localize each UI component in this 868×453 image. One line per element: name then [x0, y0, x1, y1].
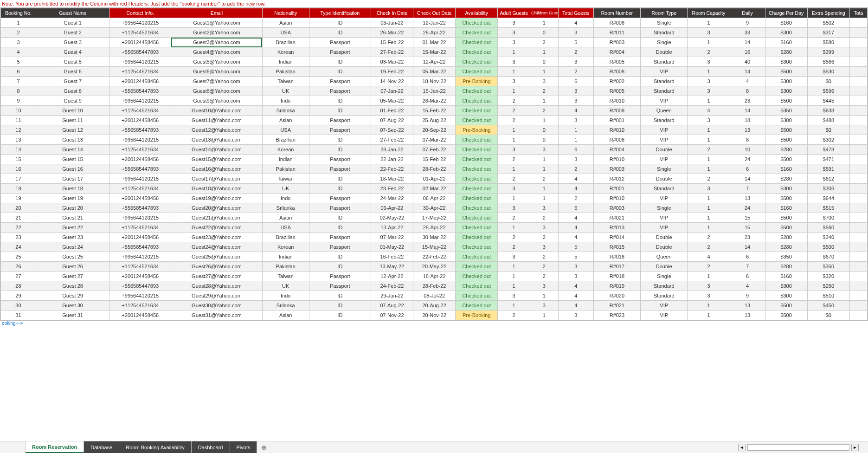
empty-grid-area[interactable] — [0, 326, 868, 453]
cell[interactable]: 5 — [1, 57, 36, 67]
cell[interactable]: 06-Apr-22 — [371, 203, 413, 213]
cell[interactable]: Standard — [641, 57, 688, 67]
cell[interactable]: 4 — [1, 47, 36, 57]
cell[interactable]: 20-Aug-22 — [413, 301, 456, 311]
cell[interactable]: Standard — [641, 281, 688, 291]
cell[interactable]: 4 — [558, 213, 593, 223]
cell[interactable]: 22-Feb-22 — [413, 252, 456, 262]
cell[interactable]: $300 — [765, 77, 807, 86]
cell[interactable]: Passport — [309, 272, 371, 281]
cell[interactable]: 10 — [1, 106, 36, 116]
cell[interactable]: +995644120215 — [109, 252, 171, 262]
cell[interactable]: Guest 19 — [36, 194, 109, 203]
cell[interactable]: 8 — [1, 86, 36, 96]
cell[interactable]: 1 — [498, 135, 530, 145]
cell[interactable]: R#014 — [593, 233, 640, 242]
cell[interactable] — [849, 194, 867, 203]
cell[interactable]: 18-Nov-22 — [413, 77, 456, 86]
cell[interactable]: 4 — [558, 301, 593, 311]
cell[interactable]: +200124458456 — [109, 116, 171, 125]
cell[interactable]: ID — [309, 135, 371, 145]
cell[interactable]: 14-Nov-22 — [371, 77, 413, 86]
cell[interactable]: ID — [309, 311, 371, 320]
cell[interactable]: 3 — [558, 116, 593, 125]
cell[interactable]: Indo — [262, 291, 309, 301]
cell[interactable]: Checked out — [456, 184, 498, 194]
cell[interactable]: 33 — [730, 28, 765, 38]
cell[interactable]: 27-Feb-22 — [371, 47, 413, 57]
cell[interactable] — [849, 28, 867, 38]
cell[interactable]: Guest 27 — [36, 272, 109, 281]
cell[interactable] — [849, 223, 867, 233]
cell[interactable]: 6 — [558, 203, 593, 213]
cell[interactable]: 1 — [688, 155, 730, 164]
cell[interactable]: $160 — [765, 38, 807, 47]
cell[interactable]: 4 — [558, 223, 593, 233]
cell[interactable]: 14 — [730, 38, 765, 47]
cell[interactable]: 1 — [688, 164, 730, 174]
cell[interactable]: $350 — [765, 106, 807, 116]
cell[interactable]: Taiwan — [262, 77, 309, 86]
cell[interactable]: $280 — [765, 262, 807, 272]
cell[interactable]: 6 — [1, 67, 36, 77]
cell[interactable]: 01-May-22 — [371, 242, 413, 252]
cell[interactable]: 1 — [498, 67, 530, 77]
scroll-track[interactable] — [747, 444, 849, 451]
cell[interactable]: Pre-Booking — [456, 77, 498, 86]
cell[interactable]: Queen — [641, 252, 688, 262]
cell[interactable]: Guest 5 — [36, 57, 109, 67]
cell[interactable]: 2 — [498, 116, 530, 125]
cell[interactable]: VIP — [641, 135, 688, 145]
sheet-tab-room-reservation[interactable]: Room Reservation — [26, 441, 84, 453]
cell[interactable]: 7 — [730, 184, 765, 194]
cell[interactable]: ID — [309, 291, 371, 301]
cell[interactable]: ID — [309, 262, 371, 272]
cell[interactable]: $644 — [807, 194, 849, 203]
cell[interactable]: 1 — [688, 67, 730, 77]
cell[interactable]: R#023 — [593, 311, 640, 320]
cell[interactable] — [849, 272, 867, 281]
cell[interactable]: Checked out — [456, 47, 498, 57]
cell[interactable]: 0 — [530, 28, 558, 38]
cell[interactable]: 24 — [730, 203, 765, 213]
cell[interactable]: $591 — [807, 164, 849, 174]
cell[interactable]: 1 — [498, 272, 530, 281]
cell[interactable]: Checked out — [456, 28, 498, 38]
cell[interactable]: Korean — [262, 47, 309, 57]
cell[interactable]: 1 — [688, 203, 730, 213]
cell[interactable] — [849, 242, 867, 252]
cell[interactable]: 05-Mar-22 — [413, 67, 456, 77]
cell[interactable]: Standard — [641, 28, 688, 38]
cell[interactable]: $0 — [807, 77, 849, 86]
cell[interactable]: Indo — [262, 194, 309, 203]
cell[interactable]: 22-Jan-22 — [371, 155, 413, 164]
cell[interactable]: VIP — [641, 125, 688, 135]
cell[interactable]: 1 — [530, 96, 558, 106]
cell[interactable]: 29 — [1, 291, 36, 301]
cell[interactable]: 6 — [730, 272, 765, 281]
cell[interactable]: 2 — [530, 272, 558, 281]
cell[interactable]: $560 — [807, 223, 849, 233]
cell[interactable]: $500 — [807, 242, 849, 252]
cell[interactable]: 1 — [688, 213, 730, 223]
cell[interactable]: +995644120215 — [109, 135, 171, 145]
cell[interactable]: Guest 25 — [36, 252, 109, 262]
cell[interactable]: Checked out — [456, 233, 498, 242]
cell[interactable]: Pakistan — [262, 164, 309, 174]
cell[interactable]: +995644120215 — [109, 18, 171, 28]
cell[interactable]: 24-Mar-22 — [371, 194, 413, 203]
cell[interactable] — [849, 67, 867, 77]
cell[interactable]: 5 — [558, 38, 593, 47]
cell[interactable]: Passport — [309, 47, 371, 57]
cell[interactable]: Passport — [309, 116, 371, 125]
cell[interactable]: +995644120215 — [109, 96, 171, 106]
cell[interactable]: +995644120215 — [109, 174, 171, 184]
cell[interactable]: Guest 8 — [36, 86, 109, 96]
header-email[interactable]: Email — [171, 8, 262, 18]
cell[interactable]: 17 — [1, 174, 36, 184]
cell[interactable]: 2 — [558, 164, 593, 174]
cell[interactable]: Guest 20 — [36, 203, 109, 213]
cell[interactable]: Checked out — [456, 164, 498, 174]
cell[interactable] — [849, 184, 867, 194]
cell[interactable]: 1 — [688, 301, 730, 311]
